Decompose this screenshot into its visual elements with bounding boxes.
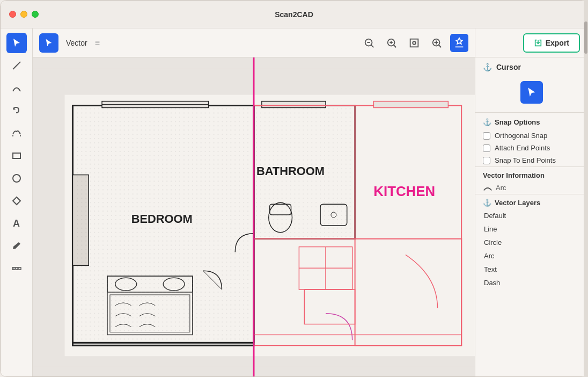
canvas-container: Vector ≡ <box>33 28 475 377</box>
snap-anchor-icon: ⚓ <box>483 118 491 126</box>
vector-layers-title: ⚓ Vector Layers <box>475 194 587 209</box>
snap-to-endpoints-checkbox[interactable] <box>483 157 490 164</box>
vector-info-title: Vector Information <box>475 167 587 182</box>
left-toolbar: A <box>1 28 33 377</box>
right-panel: Export ⚓ Cursor ⚓ Snap Options Orthogona… <box>475 28 587 377</box>
node-tool-button[interactable] <box>6 123 27 143</box>
ruler-tool-button[interactable] <box>6 258 27 279</box>
fit-page-button[interactable] <box>405 34 423 52</box>
orthogonal-snap-row: Orthogonal Snap <box>475 129 587 142</box>
zoom-area-button[interactable] <box>428 34 446 52</box>
export-label: Export <box>546 39 569 47</box>
toolbar-separator: ≡ <box>95 38 100 48</box>
layer-item-text[interactable]: Text <box>475 263 587 276</box>
svg-line-0 <box>13 62 20 69</box>
panel-scrollbar[interactable] <box>584 28 587 377</box>
attach-endpoints-row: Attach End Points <box>475 142 587 154</box>
scrollbar-thumb <box>584 28 587 54</box>
svg-rect-18 <box>410 39 418 47</box>
tab-label: Vector <box>66 39 87 47</box>
snap-icon: ⚓ <box>483 63 492 71</box>
svg-rect-42 <box>75 108 251 343</box>
layer-list: Default Line Circle Arc Text Dash <box>475 209 587 377</box>
svg-rect-3 <box>13 153 20 158</box>
svg-point-4 <box>13 175 20 182</box>
svg-line-23 <box>439 45 442 47</box>
undo-tool-button[interactable] <box>6 100 27 121</box>
snap-options-section: ⚓ Snap Options Orthogonal Snap Attach En… <box>475 112 587 166</box>
close-button[interactable] <box>9 11 16 18</box>
svg-text:KITCHEN: KITCHEN <box>373 184 435 199</box>
zoom-out-button[interactable] <box>360 34 378 52</box>
cursor-section: ⚓ Cursor <box>475 57 587 76</box>
snap-to-endpoints-label: Snap To End Points <box>495 156 556 164</box>
layers-anchor-icon: ⚓ <box>483 199 491 207</box>
arc-tool-button[interactable] <box>6 78 27 98</box>
layer-item-circle[interactable]: Circle <box>475 236 587 249</box>
cursor-active-area <box>475 76 587 112</box>
diamond-tool-button[interactable] <box>6 191 27 211</box>
attach-endpoints-label: Attach End Points <box>495 144 550 152</box>
active-cursor-icon <box>39 33 58 53</box>
right-panel-header: Export <box>475 28 587 57</box>
export-button[interactable]: Export <box>523 33 580 53</box>
circle-tool-button[interactable] <box>6 168 27 189</box>
top-toolbar: Vector ≡ <box>33 28 475 57</box>
vector-info-section: Vector Information Arc <box>475 166 587 194</box>
svg-rect-46 <box>262 102 326 108</box>
snap-options-title: ⚓ Snap Options <box>475 113 587 129</box>
title-bar: Scan2CAD <box>1 1 587 28</box>
layer-item-dash[interactable]: Dash <box>475 276 587 289</box>
snap-to-endpoints-row: Snap To End Points <box>475 154 587 166</box>
svg-point-19 <box>413 41 416 45</box>
vector-layers-section: ⚓ Vector Layers Default Line Circle Arc … <box>475 194 587 377</box>
attach-endpoints-checkbox[interactable] <box>483 144 490 152</box>
arc-label: Arc <box>496 184 506 192</box>
text-tool-button[interactable]: A <box>6 213 27 234</box>
svg-text:BATHROOM: BATHROOM <box>256 164 325 178</box>
cursor-active-button[interactable] <box>520 81 543 104</box>
cursor-panel-label: Cursor <box>496 63 521 71</box>
layer-item-line[interactable]: Line <box>475 222 587 236</box>
zoom-in-button[interactable] <box>383 34 401 52</box>
main-layout: A Vector ≡ <box>1 28 587 377</box>
eraser-tool-button[interactable] <box>6 236 27 256</box>
layer-item-arc[interactable]: Arc <box>475 249 587 263</box>
maximize-button[interactable] <box>32 11 39 18</box>
svg-line-13 <box>371 45 374 47</box>
arc-info-row: Arc <box>475 182 587 194</box>
app-title: Scan2CAD <box>275 10 313 19</box>
rect-tool-button[interactable] <box>6 146 27 166</box>
line-tool-button[interactable] <box>6 55 27 76</box>
layer-item-default[interactable]: Default <box>475 209 587 222</box>
traffic-lights <box>9 11 39 18</box>
split-divider <box>253 57 255 377</box>
svg-marker-5 <box>13 197 20 205</box>
svg-rect-62 <box>373 102 448 108</box>
minimize-button[interactable] <box>20 11 27 18</box>
orthogonal-snap-checkbox[interactable] <box>483 132 490 140</box>
magic-select-button[interactable] <box>450 34 468 52</box>
canvas-area[interactable]: BEDROOM <box>33 57 475 377</box>
svg-line-17 <box>394 45 396 47</box>
cursor-tool-button[interactable] <box>6 33 27 53</box>
orthogonal-snap-label: Orthogonal Snap <box>495 132 547 140</box>
